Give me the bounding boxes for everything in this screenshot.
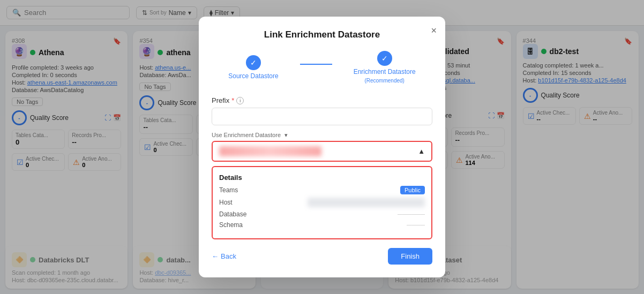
dropdown-chevron-icon: ▾ [284, 132, 288, 138]
modal-footer: ← Back Finish [212, 248, 432, 265]
dropdown-selected-item: ████████████ [219, 146, 321, 156]
details-panel: Details Teams Public Host ██████████████… [212, 166, 432, 239]
step-2-circle: ✓ [377, 51, 392, 66]
info-icon[interactable]: i [236, 97, 244, 104]
prefix-label: Prefix * i [212, 96, 432, 104]
details-row-schema: Schema ──── [219, 221, 425, 229]
steps-container: ✓ Source Datastore ✓ Enrichment Datastor… [212, 51, 432, 84]
modal-title: Link Enrichment Datastore [212, 29, 432, 40]
prefix-input[interactable] [212, 108, 432, 125]
modal-overlay: × Link Enrichment Datastore ✓ Source Dat… [0, 0, 644, 294]
details-title: Details [219, 174, 425, 182]
step-1-label: Source Datastore [228, 72, 278, 80]
close-button[interactable]: × [431, 25, 437, 36]
required-star: * [231, 96, 234, 104]
schema-label: Schema [219, 221, 243, 229]
teams-label: Teams [219, 186, 238, 194]
step-line [300, 64, 332, 65]
selected-value-blurred: ████████████ [219, 146, 321, 156]
details-row-teams: Teams Public [219, 186, 425, 194]
step-2: ✓ Enrichment Datastore (Recommended) [354, 51, 416, 84]
public-badge: Public [400, 186, 425, 194]
step-1-circle: ✓ [246, 55, 261, 70]
dropdown-label: Use Enrichment Datastore ▾ [212, 132, 432, 139]
details-row-host: Host ██████████████ [219, 198, 425, 207]
details-row-database: Database ────── [219, 210, 425, 218]
modal: × Link Enrichment Datastore ✓ Source Dat… [199, 17, 445, 277]
host-value-blurred: ██████████████ [308, 198, 425, 207]
dropdown-select[interactable]: ████████████ ▲ [212, 141, 432, 162]
step-1: ✓ Source Datastore [228, 55, 278, 80]
database-value: ────── [398, 210, 425, 218]
host-label: Host [219, 199, 233, 206]
database-label: Database [219, 210, 246, 218]
dropdown-up-chevron-icon: ▲ [418, 147, 425, 155]
step-2-label: Enrichment Datastore [354, 68, 416, 76]
back-arrow-icon: ← [212, 252, 219, 260]
step-2-sublabel: (Recommended) [364, 78, 404, 84]
back-button[interactable]: ← Back [212, 252, 236, 260]
finish-button[interactable]: Finish [388, 248, 432, 265]
schema-value: ──── [407, 221, 425, 229]
dropdown-section: Use Enrichment Datastore ▾ ████████████ … [212, 132, 432, 162]
